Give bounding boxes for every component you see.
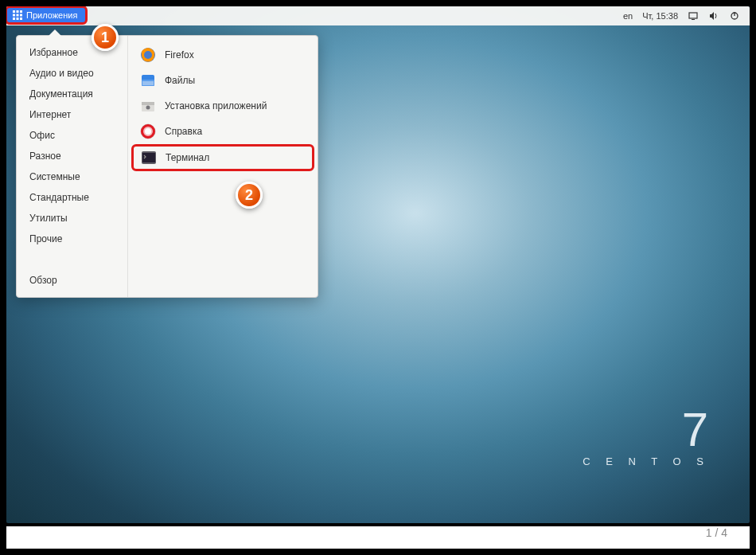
svg-point-20: [146, 106, 150, 110]
svg-rect-17: [142, 81, 154, 85]
svg-rect-0: [13, 10, 15, 13]
svg-point-14: [144, 51, 152, 59]
menu-item-terminal[interactable]: Терминал: [131, 144, 314, 171]
category-other[interactable]: Разное: [17, 146, 127, 166]
centos-branding: 7 C E N T O S: [583, 406, 710, 467]
svg-rect-3: [13, 14, 15, 17]
callout-number: 1: [101, 29, 109, 46]
category-utilities[interactable]: Утилиты: [17, 208, 127, 229]
category-audio-video[interactable]: Аудио и видео: [17, 63, 127, 84]
svg-rect-10: [692, 19, 695, 20]
screen-icon[interactable]: [688, 10, 699, 21]
svg-rect-4: [17, 14, 19, 17]
menu-item-label: Файлы: [165, 75, 195, 86]
callout-marker-1: 1: [92, 24, 119, 51]
menu-item-label: Firefox: [165, 49, 194, 61]
overview-button[interactable]: Обзор: [17, 270, 127, 291]
svg-rect-9: [689, 13, 697, 18]
desktop-screen: Приложения en Чт, 15:38 Избранное Аудио …: [6, 6, 750, 523]
software-icon: [139, 97, 157, 115]
footer-bar: 1 / 4: [6, 526, 750, 549]
svg-rect-19: [142, 102, 154, 105]
svg-point-23: [145, 128, 151, 135]
applications-button[interactable]: Приложения: [6, 6, 88, 25]
clock[interactable]: Чт, 15:38: [642, 11, 678, 21]
category-internet[interactable]: Интернет: [17, 104, 127, 125]
svg-rect-5: [20, 14, 22, 17]
category-documentation[interactable]: Документация: [17, 84, 127, 104]
applications-menu: Избранное Аудио и видео Документация Инт…: [16, 35, 318, 298]
firefox-icon: [139, 46, 157, 64]
callout-marker-2: 2: [236, 182, 263, 209]
topbar-left: Приложения: [6, 7, 88, 25]
category-accessories[interactable]: Стандартные: [17, 187, 127, 208]
menu-categories-pane: Избранное Аудио и видео Документация Инт…: [17, 36, 128, 297]
top-panel: Приложения en Чт, 15:38: [6, 6, 750, 25]
menu-item-label: Справка: [165, 126, 202, 137]
terminal-icon: [140, 149, 158, 166]
menu-item-label: Терминал: [166, 152, 209, 163]
topbar-right: en Чт, 15:38: [623, 10, 750, 21]
menu-item-firefox[interactable]: Firefox: [128, 42, 318, 68]
svg-rect-2: [20, 10, 22, 13]
category-system[interactable]: Системные: [17, 166, 127, 187]
apps-grid-icon: [12, 10, 23, 21]
power-icon[interactable]: [729, 10, 740, 21]
menu-item-help[interactable]: Справка: [128, 119, 318, 144]
svg-rect-1: [17, 10, 19, 13]
centos-version: 7: [583, 406, 710, 454]
svg-rect-8: [20, 18, 22, 20]
svg-rect-6: [13, 18, 15, 20]
pagination-label: 1 / 4: [706, 526, 727, 539]
menu-item-label: Установка приложений: [165, 100, 267, 111]
menu-item-software[interactable]: Установка приложений: [128, 93, 318, 119]
files-icon: [139, 72, 157, 89]
centos-name: C E N T O S: [583, 455, 710, 467]
applications-label: Приложения: [26, 10, 77, 20]
menu-items-pane: Firefox Файлы Установка приложений Справ…: [128, 36, 318, 297]
category-office[interactable]: Офис: [17, 125, 127, 146]
language-indicator[interactable]: en: [623, 11, 633, 21]
help-icon: [139, 123, 157, 140]
callout-number: 2: [245, 187, 253, 204]
menu-item-files[interactable]: Файлы: [128, 68, 318, 93]
volume-icon[interactable]: [708, 10, 719, 21]
category-misc[interactable]: Прочие: [17, 229, 127, 249]
svg-rect-7: [17, 18, 19, 20]
